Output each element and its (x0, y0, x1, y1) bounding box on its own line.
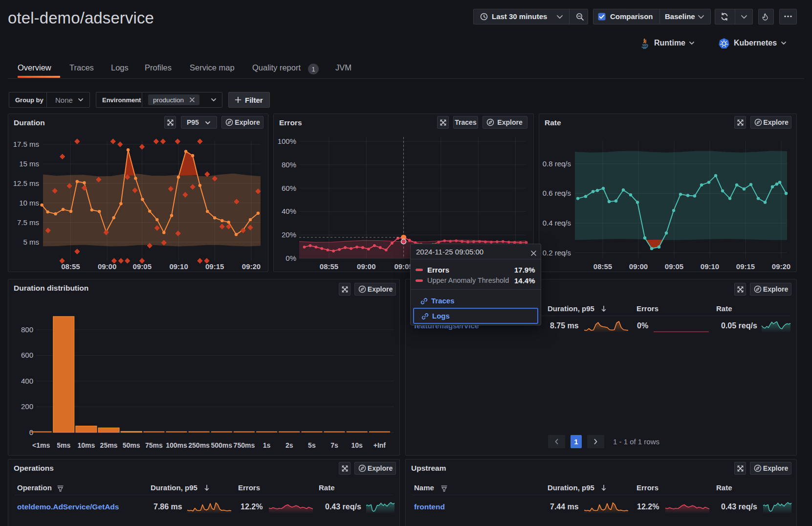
svg-text:09:00: 09:00 (629, 262, 648, 271)
svg-text:09:20: 09:20 (772, 262, 790, 271)
svg-text:750ms: 750ms (234, 441, 255, 449)
svg-text:09:00: 09:00 (98, 262, 116, 271)
svg-text:12.5 ms: 12.5 ms (13, 179, 39, 187)
svg-text:500ms: 500ms (211, 441, 233, 449)
svg-text:09:10: 09:10 (169, 262, 188, 271)
svg-text:60%: 60% (282, 184, 296, 192)
svg-text:800: 800 (21, 325, 33, 334)
svg-text:10s: 10s (351, 441, 363, 449)
svg-text:08:55: 08:55 (593, 262, 612, 271)
svg-text:5s: 5s (308, 441, 316, 449)
svg-text:08:55: 08:55 (61, 262, 80, 271)
svg-text:40%: 40% (282, 207, 296, 215)
svg-text:0.8 req/s: 0.8 req/s (543, 160, 571, 168)
svg-text:09:05: 09:05 (133, 262, 152, 271)
svg-text:15 ms: 15 ms (19, 160, 39, 168)
svg-text:200: 200 (21, 402, 33, 411)
svg-text:600: 600 (21, 351, 33, 359)
svg-text:0.6 req/s: 0.6 req/s (543, 189, 571, 197)
svg-text:10ms: 10ms (77, 441, 95, 449)
svg-text:7.5 ms: 7.5 ms (17, 218, 39, 227)
svg-text:+Inf: +Inf (373, 441, 386, 449)
svg-text:100%: 100% (278, 137, 296, 145)
svg-text:17.5 ms: 17.5 ms (13, 140, 39, 148)
svg-text:80%: 80% (282, 160, 296, 169)
svg-text:08:55: 08:55 (320, 262, 338, 271)
svg-text:09:15: 09:15 (736, 262, 755, 271)
svg-text:10 ms: 10 ms (19, 199, 39, 207)
svg-text:09:05: 09:05 (665, 262, 683, 271)
svg-text:09:20: 09:20 (242, 262, 261, 271)
svg-text:7s: 7s (330, 441, 338, 449)
svg-text:09:10: 09:10 (701, 262, 719, 271)
svg-text:0.2 req/s: 0.2 req/s (543, 249, 571, 257)
svg-text:400: 400 (21, 377, 33, 385)
svg-text:250ms: 250ms (188, 441, 210, 449)
svg-text:09:15: 09:15 (205, 262, 224, 271)
svg-text:0%: 0% (285, 254, 296, 262)
svg-text:5 ms: 5 ms (23, 238, 39, 246)
svg-text:5ms: 5ms (57, 441, 70, 449)
svg-text:0.4 req/s: 0.4 req/s (543, 219, 571, 227)
svg-text:25ms: 25ms (100, 441, 118, 449)
svg-text:09:00: 09:00 (357, 262, 375, 271)
svg-text:20%: 20% (282, 230, 296, 239)
svg-text:2s: 2s (285, 441, 293, 449)
svg-text:1s: 1s (263, 441, 271, 449)
svg-text:<1ms: <1ms (32, 441, 50, 449)
svg-text:100ms: 100ms (166, 441, 187, 449)
svg-text:50ms: 50ms (123, 441, 140, 449)
svg-text:75ms: 75ms (145, 441, 163, 449)
